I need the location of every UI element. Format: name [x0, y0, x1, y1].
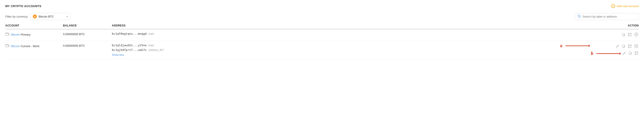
- svg-rect-22: [8, 45, 9, 46]
- svg-rect-33: [629, 47, 629, 47]
- svg-line-43: [624, 53, 625, 53]
- svg-rect-6: [622, 33, 624, 36]
- currency-name: Bitcoin BTC: [38, 15, 65, 18]
- col-header-balance: BALANCE: [63, 24, 112, 27]
- action-row-1: [621, 32, 639, 38]
- qr-icon-2-1[interactable]: [634, 51, 639, 56]
- address-tag-2-0: main: [148, 44, 154, 47]
- page-container: MY CRYPTO ACCOUNTS + Add new account Fil…: [0, 0, 644, 62]
- edit-icon-2-1[interactable]: [622, 51, 626, 56]
- svg-rect-45: [629, 52, 631, 54]
- svg-line-1: [580, 17, 580, 18]
- qr-icon-1[interactable]: [628, 33, 632, 38]
- svg-rect-34: [630, 47, 631, 47]
- toolbar: Filter by currency: ₿ Bitcoin BTC ▾: [5, 13, 639, 20]
- col-header-address: ADDRESS: [112, 24, 599, 27]
- plus-circle-icon: +: [611, 4, 615, 8]
- page-title: MY CRYPTO ACCOUNTS: [5, 5, 42, 8]
- copy-icon-1[interactable]: [621, 33, 626, 38]
- page-header: MY CRYPTO ACCOUNTS + Add new account: [5, 4, 639, 8]
- address-cell-2: bc1qldjwud2n...yt5ne main bc1qjkdfprtf..…: [112, 44, 599, 57]
- svg-rect-27: [622, 45, 624, 47]
- account-link-1[interactable]: Bitcoin: [11, 33, 20, 36]
- address-text-1-0: bc1qf0egtqnu...mnqgd: [112, 32, 147, 35]
- address-row-2-1: bc1qjkdfprtf...uek7v Address_ffe7: [112, 48, 599, 52]
- address-text-2-1: bc1qjkdfprtf...uek7v: [112, 48, 147, 52]
- search-icon: [578, 15, 581, 19]
- svg-rect-13: [630, 35, 631, 36]
- action-cell-2: a: [599, 44, 639, 56]
- account-link-2[interactable]: Bitcoin: [11, 45, 20, 48]
- table-row: Bitcoin Primary 0.00000000 BTC bc1qf0egt…: [5, 29, 639, 41]
- filter-area: Filter by currency: ₿ Bitcoin BTC ▾: [5, 13, 70, 20]
- svg-rect-47: [635, 52, 636, 53]
- svg-rect-55: [638, 54, 638, 55]
- address-row-2-0: bc1qldjwud2n...yt5ne main: [112, 44, 599, 47]
- address-tag-1-0: main: [148, 32, 154, 35]
- account-cell-2: Bitcoin Current - Work: [5, 44, 63, 48]
- qr-icon-2-0[interactable]: [628, 44, 632, 49]
- chevron-down-icon: ▾: [66, 15, 68, 18]
- svg-rect-49: [637, 52, 638, 53]
- add-account-label: Add new account: [616, 5, 639, 8]
- svg-rect-51: [635, 54, 636, 55]
- action-row-2-0: [615, 44, 639, 50]
- wallet-icon-1: [5, 33, 9, 37]
- table: ACCOUNT BALANCE ADDRESS ACTION Bitcoin P…: [5, 24, 639, 59]
- wallet-icon-2: [5, 44, 9, 48]
- svg-rect-10: [631, 33, 631, 34]
- svg-rect-4: [8, 34, 9, 35]
- address-tag-2-1: Address_ffe7: [148, 49, 164, 52]
- account-name-2: Current - Work: [20, 45, 40, 48]
- col-header-action: ACTION: [599, 24, 639, 27]
- svg-rect-31: [631, 45, 631, 45]
- balance-cell-1: 0.00000000 BTC: [63, 32, 112, 36]
- show-less-link[interactable]: Show less: [112, 53, 599, 57]
- balance-cell-2: 0.00000000 BTC: [63, 44, 112, 47]
- address-row-1-0: bc1qf0egtqnu...mnqgd main: [112, 32, 599, 35]
- copy-icon-2-1[interactable]: [628, 51, 632, 56]
- svg-rect-36: [630, 47, 631, 48]
- svg-rect-12: [629, 35, 629, 36]
- col-header-account: ACCOUNT: [5, 24, 63, 27]
- svg-line-25: [618, 45, 618, 46]
- edit-icon-2-0[interactable]: [615, 44, 620, 49]
- account-cell-1: Bitcoin Primary: [5, 32, 63, 37]
- svg-rect-14: [631, 35, 631, 36]
- copy-icon-2-0[interactable]: [621, 44, 626, 49]
- address-cell-1: bc1qf0egtqnu...mnqgd main: [112, 32, 599, 35]
- search-input[interactable]: [582, 15, 636, 18]
- action-row-2-1: [622, 51, 639, 56]
- svg-rect-54: [637, 54, 637, 55]
- add-address-icon-2[interactable]: [634, 44, 639, 50]
- table-header: ACCOUNT BALANCE ADDRESS ACTION: [5, 24, 639, 29]
- currency-select[interactable]: ₿ Bitcoin BTC ▾: [30, 13, 70, 20]
- svg-rect-35: [631, 47, 631, 47]
- account-name-1: Primary: [20, 33, 30, 36]
- svg-rect-15: [630, 36, 631, 36]
- svg-rect-16: [631, 36, 631, 36]
- filter-label: Filter by currency:: [5, 15, 28, 18]
- action-cell-1: [599, 32, 639, 38]
- svg-marker-42: [620, 52, 621, 55]
- svg-rect-37: [631, 47, 631, 48]
- add-new-account-button[interactable]: + Add new account: [611, 4, 639, 8]
- svg-rect-8: [629, 33, 629, 34]
- svg-rect-29: [629, 45, 629, 45]
- table-row-2: Bitcoin Current - Work 0.00000000 BTC bc…: [5, 41, 639, 59]
- search-area: [575, 13, 639, 20]
- add-address-icon-1[interactable]: [634, 32, 639, 38]
- svg-rect-53: [638, 54, 638, 54]
- btc-icon: ₿: [33, 15, 37, 19]
- address-text-2-0: bc1qldjwud2n...yt5ne: [112, 44, 147, 47]
- svg-rect-52: [637, 54, 637, 54]
